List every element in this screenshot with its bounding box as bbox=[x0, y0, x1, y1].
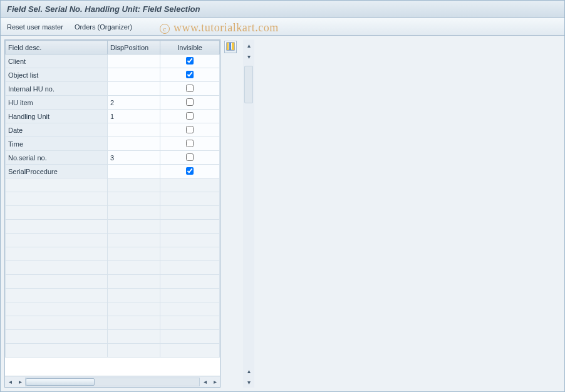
table-row[interactable]: Date bbox=[6, 123, 220, 137]
cell-invisible bbox=[160, 82, 220, 96]
empty-cell bbox=[160, 289, 220, 302]
empty-cell bbox=[108, 261, 160, 275]
table-row[interactable]: Time bbox=[6, 137, 220, 151]
invisible-checkbox[interactable] bbox=[186, 57, 194, 64]
table-row[interactable]: HU item2 bbox=[6, 96, 220, 110]
empty-cell bbox=[6, 261, 108, 275]
cell-disp-position[interactable] bbox=[108, 165, 160, 178]
cell-invisible bbox=[160, 96, 220, 110]
invisible-checkbox[interactable] bbox=[186, 98, 194, 106]
cell-field-desc: Handling Unit bbox=[6, 110, 108, 123]
cell-invisible bbox=[160, 110, 220, 123]
empty-cell bbox=[6, 178, 108, 192]
cell-field-desc: Internal HU no. bbox=[6, 82, 108, 96]
empty-cell bbox=[160, 192, 220, 206]
cell-invisible bbox=[160, 68, 220, 82]
table-side-toolbar bbox=[224, 41, 239, 53]
cell-invisible bbox=[160, 54, 220, 68]
reset-user-master-button[interactable]: Reset user master bbox=[7, 23, 63, 31]
empty-cell bbox=[6, 206, 108, 220]
cell-field-desc: Client bbox=[6, 54, 108, 68]
cell-disp-position[interactable]: 3 bbox=[108, 151, 160, 165]
invisible-checkbox[interactable] bbox=[186, 140, 194, 147]
scroll-right-icon[interactable]: ◂ bbox=[200, 377, 210, 387]
cell-disp-position[interactable] bbox=[108, 54, 160, 68]
empty-cell bbox=[108, 234, 160, 247]
scroll-down-icon[interactable]: ▾ bbox=[244, 377, 254, 387]
empty-cell bbox=[108, 178, 160, 192]
scroll-left-start-icon[interactable]: ◂ bbox=[5, 377, 15, 387]
cell-disp-position[interactable] bbox=[108, 82, 160, 96]
scroll-down-step-icon[interactable]: ▾ bbox=[244, 51, 254, 61]
cell-field-desc: Object list bbox=[6, 68, 108, 82]
invisible-checkbox[interactable] bbox=[186, 126, 194, 133]
empty-cell bbox=[6, 234, 108, 247]
hscroll-track[interactable] bbox=[25, 378, 200, 386]
empty-cell bbox=[6, 220, 108, 234]
empty-cell bbox=[160, 206, 220, 220]
empty-cell bbox=[108, 344, 160, 358]
cell-disp-position[interactable]: 1 bbox=[108, 110, 160, 123]
table-row-empty bbox=[6, 330, 220, 344]
hscroll-thumb[interactable] bbox=[26, 378, 95, 386]
page-title: Field Sel. Serial No. Handling Unit: Fie… bbox=[1, 1, 564, 18]
vscroll-track[interactable] bbox=[244, 66, 253, 103]
table-settings-button[interactable] bbox=[224, 41, 237, 53]
scroll-up-icon[interactable]: ▴ bbox=[244, 40, 254, 50]
empty-cell bbox=[108, 302, 160, 316]
table-row-empty bbox=[6, 302, 220, 316]
cell-disp-position[interactable] bbox=[108, 68, 160, 82]
invisible-checkbox[interactable] bbox=[186, 112, 194, 120]
empty-cell bbox=[160, 316, 220, 330]
table-row[interactable]: No.serial no.3 bbox=[6, 151, 220, 165]
cell-disp-position[interactable] bbox=[108, 137, 160, 151]
cell-field-desc: Date bbox=[6, 123, 108, 137]
svg-rect-1 bbox=[227, 43, 229, 50]
invisible-checkbox[interactable] bbox=[186, 153, 194, 161]
empty-cell bbox=[6, 330, 108, 344]
scroll-up-step-icon[interactable]: ▴ bbox=[244, 366, 254, 376]
vertical-scrollbar[interactable]: ▴ ▾ ▴ ▾ bbox=[243, 39, 254, 388]
invisible-checkbox[interactable] bbox=[186, 85, 194, 92]
empty-cell bbox=[6, 316, 108, 330]
col-header-disp-position[interactable]: DispPosition bbox=[108, 41, 160, 54]
content-area: Field desc. DispPosition Invisible Clien… bbox=[1, 36, 564, 391]
cell-field-desc: No.serial no. bbox=[6, 151, 108, 165]
table-row[interactable]: SerialProcedure bbox=[6, 165, 220, 178]
svg-rect-2 bbox=[229, 43, 231, 50]
empty-cell bbox=[160, 178, 220, 192]
cell-disp-position[interactable]: 2 bbox=[108, 96, 160, 110]
col-header-field-desc[interactable]: Field desc. bbox=[6, 41, 108, 54]
table-row-empty bbox=[6, 220, 220, 234]
cell-field-desc: Time bbox=[6, 137, 108, 151]
cell-disp-position[interactable] bbox=[108, 123, 160, 137]
horizontal-scrollbar[interactable]: ◂ ▸ ◂ ▸ bbox=[5, 376, 220, 387]
table-row-empty bbox=[6, 289, 220, 302]
table-row-empty bbox=[6, 178, 220, 192]
empty-cell bbox=[160, 330, 220, 344]
table-row[interactable]: Internal HU no. bbox=[6, 82, 220, 96]
table-row-empty bbox=[6, 316, 220, 330]
col-header-invisible[interactable]: Invisible bbox=[160, 41, 220, 54]
table-row[interactable]: Client bbox=[6, 54, 220, 68]
empty-cell bbox=[6, 192, 108, 206]
cell-field-desc: SerialProcedure bbox=[6, 165, 108, 178]
empty-cell bbox=[160, 302, 220, 316]
table-row[interactable]: Handling Unit1 bbox=[6, 110, 220, 123]
scroll-right-end-icon[interactable]: ▸ bbox=[210, 377, 220, 387]
invisible-checkbox[interactable] bbox=[186, 71, 194, 78]
table-row-empty bbox=[6, 275, 220, 289]
empty-cell bbox=[6, 247, 108, 261]
empty-cell bbox=[160, 234, 220, 247]
empty-cell bbox=[160, 220, 220, 234]
empty-cell bbox=[6, 275, 108, 289]
empty-cell bbox=[108, 275, 160, 289]
empty-cell bbox=[108, 206, 160, 220]
cell-invisible bbox=[160, 165, 220, 178]
invisible-checkbox[interactable] bbox=[186, 167, 194, 175]
orders-organizer-button[interactable]: Orders (Organizer) bbox=[75, 23, 132, 31]
empty-cell bbox=[160, 261, 220, 275]
table-header-row: Field desc. DispPosition Invisible bbox=[6, 41, 220, 54]
table-row[interactable]: Object list bbox=[6, 68, 220, 82]
scroll-left-icon[interactable]: ▸ bbox=[15, 377, 25, 387]
